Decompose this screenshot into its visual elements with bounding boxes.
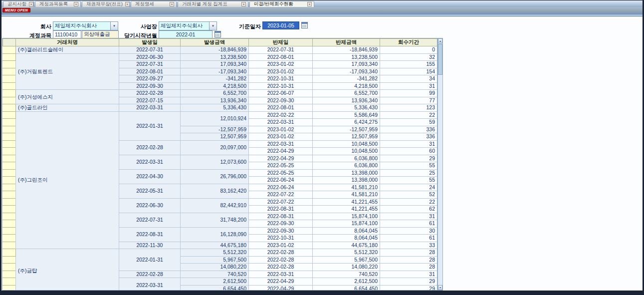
occurrence-date-cell[interactable]: 2022-06-30 bbox=[119, 53, 181, 61]
repayment-amount-cell[interactable]: 2,612,500 bbox=[313, 278, 380, 286]
collection-days-cell[interactable]: 61 bbox=[380, 235, 437, 242]
company-select[interactable]: 제일제지주식회사 ▼ bbox=[53, 21, 118, 30]
occurrence-amount-cell[interactable]: 12,073,600 bbox=[181, 155, 249, 169]
tab-close-icon[interactable]: × bbox=[29, 2, 33, 6]
customer-name-cell[interactable]: (주)금탑 bbox=[16, 249, 119, 291]
collection-days-cell[interactable]: 31 bbox=[380, 140, 437, 148]
collection-days-cell[interactable]: 22 bbox=[380, 198, 437, 206]
row-selector[interactable] bbox=[3, 184, 16, 191]
collection-days-cell[interactable]: 62 bbox=[380, 206, 437, 213]
collection-days-cell[interactable]: 32 bbox=[380, 53, 437, 61]
row-selector[interactable] bbox=[3, 155, 16, 162]
repayment-amount-cell[interactable]: 4,218,500 bbox=[313, 82, 380, 90]
repayment-amount-cell[interactable]: 5,586,649 bbox=[313, 111, 380, 119]
table-row[interactable]: (주)거림트렌드2022-06-3013,238,5002022-08-0113… bbox=[3, 53, 437, 61]
tab-close-icon[interactable]: × bbox=[125, 2, 130, 6]
repayment-amount-cell[interactable]: 8,064,045 bbox=[313, 235, 380, 242]
occurrence-date-cell[interactable]: 2022-02-28 bbox=[119, 271, 181, 278]
column-header-repay-date[interactable]: 반제일 bbox=[249, 39, 313, 46]
repayment-date-cell[interactable]: 2022-04-29 bbox=[249, 285, 313, 291]
row-selector[interactable] bbox=[3, 278, 16, 286]
repayment-date-cell[interactable]: 2022-06-24 bbox=[249, 177, 313, 184]
occurrence-amount-cell[interactable]: 4,218,500 bbox=[181, 82, 249, 90]
table-row[interactable]: (주)거성에스지2022-02-286,552,7002022-06-076,5… bbox=[3, 90, 437, 97]
tab-item[interactable]: 거래처별 계정 집계표× bbox=[178, 1, 248, 7]
repayment-amount-cell[interactable]: 17,093,340 bbox=[313, 61, 380, 68]
row-selector[interactable] bbox=[3, 206, 16, 213]
repayment-date-cell[interactable]: 2022-10-31 bbox=[249, 235, 313, 242]
customer-name-cell[interactable]: (주)갤러리드슬레이 bbox=[16, 46, 119, 54]
row-selector[interactable] bbox=[3, 220, 16, 228]
repayment-date-cell[interactable]: 2022-07-31 bbox=[249, 46, 313, 54]
repayment-date-cell[interactable]: 2022-10-31 bbox=[249, 82, 313, 90]
row-selector[interactable] bbox=[3, 97, 16, 104]
occurrence-amount-cell[interactable]: 14,080,220 bbox=[181, 264, 249, 271]
row-selector[interactable] bbox=[3, 140, 16, 148]
row-selector[interactable] bbox=[3, 177, 16, 184]
occurrence-amount-cell[interactable]: 83,162,420 bbox=[181, 184, 249, 198]
tab-item[interactable]: 채권채무장(전표)× bbox=[82, 1, 130, 7]
collection-days-cell[interactable]: 55 bbox=[380, 177, 437, 184]
chevron-down-icon[interactable]: ▼ bbox=[110, 22, 118, 30]
row-selector[interactable] bbox=[3, 90, 16, 97]
collection-days-cell[interactable]: 29 bbox=[380, 285, 437, 291]
repayment-amount-cell[interactable]: 41,581,210 bbox=[313, 191, 380, 199]
collection-days-cell[interactable]: 336 bbox=[380, 133, 437, 141]
repayment-amount-cell[interactable]: 6,654,450 bbox=[313, 285, 380, 291]
occurrence-amount-cell[interactable]: 5,967,500 bbox=[181, 256, 249, 264]
collection-days-cell[interactable]: 336 bbox=[380, 126, 437, 133]
collection-days-cell[interactable]: 25 bbox=[380, 169, 437, 177]
repayment-date-cell[interactable]: 2022-10-31 bbox=[249, 75, 313, 83]
occurrence-amount-cell[interactable]: 13,936,340 bbox=[181, 97, 249, 104]
occurrence-date-cell[interactable]: 2022-02-28 bbox=[119, 140, 181, 155]
collection-days-cell[interactable]: 77 bbox=[380, 97, 437, 104]
occurrence-amount-cell[interactable]: 6,654,450 bbox=[181, 285, 249, 291]
repayment-amount-cell[interactable]: 41,221,455 bbox=[313, 198, 380, 206]
collection-days-cell[interactable]: 0 bbox=[380, 46, 437, 54]
row-selector[interactable] bbox=[3, 264, 16, 271]
tab-close-icon[interactable]: × bbox=[170, 2, 174, 6]
repayment-date-cell[interactable]: 2022-08-31 bbox=[249, 206, 313, 213]
column-header-repay-amount[interactable]: 반제금액 bbox=[313, 39, 380, 46]
row-selector[interactable] bbox=[3, 271, 16, 278]
collection-days-cell[interactable]: 31 bbox=[380, 82, 437, 90]
occurrence-date-cell[interactable]: 2022-09-27 bbox=[119, 75, 181, 83]
occurrence-amount-cell[interactable]: 20,097,000 bbox=[181, 140, 249, 155]
occurrence-date-cell[interactable]: 2022-03-31 bbox=[119, 278, 181, 291]
repayment-amount-cell[interactable]: 12,507,959 bbox=[313, 133, 380, 141]
repayment-date-cell[interactable]: 2022-05-25 bbox=[249, 162, 313, 170]
occurrence-amount-cell[interactable]: 31,748,200 bbox=[181, 213, 249, 227]
collection-days-cell[interactable]: 31 bbox=[380, 271, 437, 278]
occurrence-amount-cell[interactable]: 44,675,180 bbox=[181, 242, 249, 249]
row-selector[interactable] bbox=[3, 148, 16, 155]
collection-days-cell[interactable]: 59 bbox=[380, 119, 437, 126]
repayment-date-cell[interactable]: 2022-02-28 bbox=[249, 249, 313, 257]
tab-close-icon[interactable]: × bbox=[307, 2, 312, 6]
collection-days-cell[interactable]: 55 bbox=[380, 162, 437, 170]
collection-days-cell[interactable]: 33 bbox=[380, 242, 437, 249]
collection-days-cell[interactable]: 154 bbox=[380, 68, 437, 75]
collection-days-cell[interactable]: 22 bbox=[380, 111, 437, 119]
row-selector[interactable] bbox=[3, 242, 16, 249]
customer-name-cell[interactable]: (주)골드라인 bbox=[16, 104, 119, 112]
table-row[interactable]: (주)금탑2022-01-315,512,3202022-02-285,512,… bbox=[3, 249, 437, 257]
repayment-amount-cell[interactable]: 5,336,430 bbox=[313, 104, 380, 112]
occurrence-date-cell[interactable]: 2022-04-30 bbox=[119, 169, 181, 184]
row-selector[interactable] bbox=[3, 169, 16, 177]
repayment-amount-cell[interactable]: 13,238,500 bbox=[313, 53, 380, 61]
base-date-calendar-icon[interactable] bbox=[301, 22, 308, 28]
repayment-date-cell[interactable]: 2022-09-30 bbox=[249, 227, 313, 235]
repayment-date-cell[interactable]: 2022-02-28 bbox=[249, 264, 313, 271]
customer-name-cell[interactable]: (주)거성에스지 bbox=[16, 90, 119, 104]
account-code-input[interactable] bbox=[53, 30, 81, 38]
row-selector[interactable] bbox=[3, 119, 16, 126]
repayment-amount-cell[interactable]: 41,581,210 bbox=[313, 184, 380, 191]
collection-days-cell[interactable]: 60 bbox=[380, 148, 437, 155]
collection-days-cell[interactable]: 29 bbox=[380, 155, 437, 162]
occurrence-date-cell[interactable]: 2022-07-31 bbox=[119, 46, 181, 54]
row-selector[interactable] bbox=[3, 104, 16, 112]
collection-days-cell[interactable]: 31 bbox=[380, 213, 437, 220]
repayment-amount-cell[interactable]: 13,936,340 bbox=[313, 97, 380, 104]
repayment-date-cell[interactable]: 2022-03-31 bbox=[249, 119, 313, 126]
period-start-calendar-icon[interactable] bbox=[215, 31, 221, 37]
